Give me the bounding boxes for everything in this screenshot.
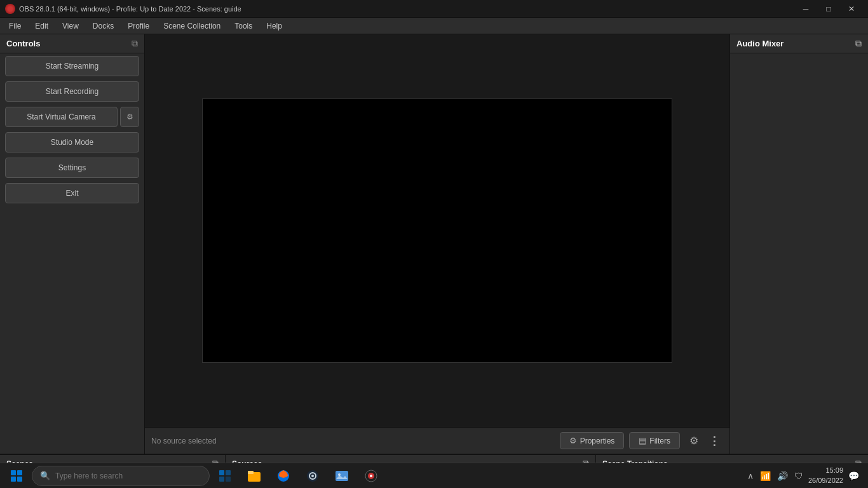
taskbar-date-display: 26/09/2022: [808, 476, 843, 485]
obs-taskbar-icon: [364, 469, 378, 483]
audio-mixer-float-button[interactable]: [855, 38, 862, 49]
main-layout: Controls Start Streaming Start Recording…: [0, 34, 868, 454]
windows-icon: [11, 470, 22, 482]
filters-button[interactable]: ▤ Filters: [629, 432, 680, 449]
win-square-2: [17, 470, 22, 475]
filters-icon: ▤: [639, 436, 646, 445]
show-hidden-icons-button[interactable]: ∧: [746, 470, 755, 482]
menu-item-scene-collection[interactable]: Scene Collection: [157, 20, 227, 32]
taskbar-app-task-view[interactable]: [211, 464, 239, 487]
svg-point-14: [370, 475, 372, 477]
minimize-button[interactable]: ─: [794, 0, 817, 18]
taskbar-system-tray: ∧ 📶 🔊 🛡 15:09 26/09/2022 💬: [746, 466, 865, 485]
menu-item-docks[interactable]: Docks: [86, 20, 120, 32]
steam-icon: [306, 469, 320, 483]
preview-settings-button[interactable]: [685, 432, 703, 450]
menu-bar: FileEditViewDocksProfileScene Collection…: [0, 18, 868, 34]
menu-item-help[interactable]: Help: [260, 20, 288, 32]
search-input[interactable]: [55, 471, 201, 480]
win-square-4: [17, 477, 22, 482]
exit-button[interactable]: Exit: [5, 183, 139, 203]
audio-mixer-header: Audio Mixer: [730, 34, 868, 53]
menu-item-profile[interactable]: Profile: [121, 20, 156, 32]
volume-icon[interactable]: 🔊: [776, 470, 789, 482]
obs-icon: [5, 4, 15, 14]
menu-item-view[interactable]: View: [56, 20, 85, 32]
taskbar-app-obs[interactable]: [357, 464, 385, 487]
svg-rect-1: [226, 470, 231, 475]
preview-canvas: [202, 98, 672, 363]
win-square-3: [11, 477, 16, 482]
settings-button[interactable]: Settings: [5, 158, 139, 178]
preview-toolbar: No source selected Properties ▤ Filters: [145, 427, 729, 454]
title-bar: OBS 28.0.1 (64-bit, windows) - Profile: …: [0, 0, 868, 18]
svg-rect-5: [248, 471, 254, 474]
taskbar-app-gallery[interactable]: [328, 464, 356, 487]
preview-area: [145, 34, 729, 427]
taskbar: 🔍: [0, 463, 868, 488]
svg-rect-3: [226, 477, 231, 482]
center-panel: No source selected Properties ▤ Filters: [145, 34, 729, 454]
more-icon: [709, 434, 720, 448]
virtual-camera-row: Start Virtual Camera: [5, 107, 139, 127]
explorer-icon: [247, 469, 261, 483]
menu-item-tools[interactable]: Tools: [228, 20, 259, 32]
start-virtual-camera-button[interactable]: Start Virtual Camera: [5, 107, 118, 127]
taskbar-app-firefox[interactable]: [269, 464, 297, 487]
preview-right-icons: [685, 432, 723, 450]
taskbar-time-display: 15:09: [808, 466, 843, 475]
start-recording-button[interactable]: Start Recording: [5, 81, 139, 102]
properties-icon: [569, 436, 577, 445]
network-icon[interactable]: 📶: [759, 470, 772, 482]
maximize-button[interactable]: □: [817, 0, 840, 18]
no-source-label: No source selected: [151, 437, 555, 445]
studio-mode-button[interactable]: Studio Mode: [5, 132, 139, 152]
svg-rect-2: [219, 477, 224, 482]
audio-mixer-panel: Audio Mixer: [729, 34, 868, 454]
taskbar-app-explorer[interactable]: [240, 464, 268, 487]
audio-mixer-title: Audio Mixer: [736, 39, 783, 48]
svg-rect-0: [219, 470, 224, 475]
controls-panel: Controls Start Streaming Start Recording…: [0, 34, 145, 454]
notification-icon[interactable]: 💬: [847, 470, 860, 482]
virtual-camera-settings-button[interactable]: [120, 107, 139, 127]
firefox-icon: [276, 469, 290, 483]
search-icon: 🔍: [40, 471, 50, 480]
controls-title: Controls: [6, 39, 40, 48]
controls-header: Controls: [0, 34, 144, 53]
taskbar-clock[interactable]: 15:09 26/09/2022: [808, 466, 843, 485]
svg-rect-10: [336, 471, 348, 481]
gear-icon: [126, 112, 133, 121]
controls-float-button[interactable]: [132, 38, 138, 49]
menu-item-file[interactable]: File: [3, 20, 27, 32]
security-icon[interactable]: 🛡: [793, 470, 804, 482]
menu-item-edit[interactable]: Edit: [29, 20, 55, 32]
preview-more-button[interactable]: [705, 432, 723, 450]
win-square-1: [11, 470, 16, 475]
taskbar-search-box[interactable]: 🔍: [32, 466, 210, 486]
taskbar-app-steam[interactable]: [299, 464, 327, 487]
gear-icon: [689, 435, 698, 447]
window-title: OBS 28.0.1 (64-bit, windows) - Profile: …: [19, 5, 241, 13]
title-bar-left: OBS 28.0.1 (64-bit, windows) - Profile: …: [5, 4, 241, 14]
close-button[interactable]: ✕: [840, 0, 863, 18]
start-streaming-button[interactable]: Start Streaming: [5, 56, 139, 76]
start-button[interactable]: [3, 464, 31, 487]
svg-point-9: [311, 475, 314, 477]
task-view-icon: [219, 470, 231, 482]
properties-button[interactable]: Properties: [560, 432, 625, 449]
gallery-icon: [335, 469, 349, 483]
title-bar-controls[interactable]: ─ □ ✕: [794, 0, 863, 18]
